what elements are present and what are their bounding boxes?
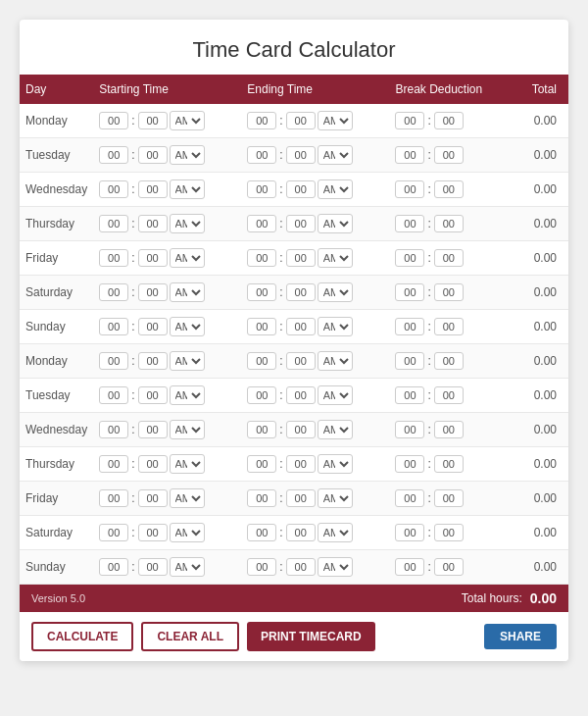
break-minute-input[interactable] — [434, 318, 464, 335]
start-minute-input[interactable] — [138, 386, 168, 404]
break-hour-input[interactable] — [395, 421, 424, 438]
end-hour-input[interactable] — [247, 489, 276, 507]
end-minute-input[interactable] — [286, 283, 316, 301]
start-minute-input[interactable] — [138, 489, 168, 507]
end-ampm-select[interactable]: AM PM — [318, 317, 353, 336]
end-minute-input[interactable] — [286, 421, 316, 438]
start-minute-input[interactable] — [138, 455, 168, 473]
end-hour-input[interactable] — [247, 180, 276, 198]
end-ampm-select[interactable]: AM PM — [318, 179, 353, 199]
break-minute-input[interactable] — [434, 283, 464, 301]
break-hour-input[interactable] — [395, 215, 424, 232]
break-minute-input[interactable] — [434, 489, 464, 507]
end-minute-input[interactable] — [286, 524, 316, 541]
end-ampm-select[interactable]: AM PM — [318, 145, 353, 165]
end-minute-input[interactable] — [286, 318, 316, 335]
start-hour-input[interactable] — [99, 524, 128, 541]
start-minute-input[interactable] — [138, 421, 168, 438]
break-hour-input[interactable] — [395, 455, 424, 473]
start-ampm-select[interactable]: AM PM — [170, 248, 205, 268]
start-ampm-select[interactable]: AM PM — [170, 145, 205, 165]
start-ampm-select[interactable]: AM PM — [170, 454, 205, 474]
end-hour-input[interactable] — [247, 283, 276, 301]
share-button[interactable]: SHARE — [484, 624, 557, 649]
start-minute-input[interactable] — [138, 146, 168, 164]
end-minute-input[interactable] — [286, 146, 316, 164]
end-minute-input[interactable] — [286, 112, 316, 129]
break-hour-input[interactable] — [395, 558, 424, 576]
end-ampm-select[interactable]: AM PM — [318, 454, 353, 474]
end-minute-input[interactable] — [286, 180, 316, 198]
start-ampm-select[interactable]: AM PM — [170, 317, 205, 336]
start-ampm-select[interactable]: AM PM — [170, 111, 205, 130]
print-timecard-button[interactable]: PRINT TIMECARD — [247, 622, 375, 651]
end-hour-input[interactable] — [247, 558, 276, 576]
start-minute-input[interactable] — [138, 249, 168, 267]
start-ampm-select[interactable]: AM PM — [170, 282, 205, 302]
break-minute-input[interactable] — [434, 249, 464, 267]
start-hour-input[interactable] — [99, 180, 128, 198]
start-minute-input[interactable] — [138, 112, 168, 129]
break-hour-input[interactable] — [395, 489, 424, 507]
end-hour-input[interactable] — [247, 318, 276, 335]
break-minute-input[interactable] — [434, 558, 464, 576]
break-minute-input[interactable] — [434, 180, 464, 198]
end-minute-input[interactable] — [286, 249, 316, 267]
end-minute-input[interactable] — [286, 352, 316, 370]
end-minute-input[interactable] — [286, 489, 316, 507]
start-hour-input[interactable] — [99, 249, 128, 267]
break-hour-input[interactable] — [395, 318, 424, 335]
end-minute-input[interactable] — [286, 386, 316, 404]
end-ampm-select[interactable]: AM PM — [318, 248, 353, 268]
break-minute-input[interactable] — [434, 386, 464, 404]
break-hour-input[interactable] — [395, 180, 424, 198]
end-hour-input[interactable] — [247, 249, 276, 267]
end-hour-input[interactable] — [247, 215, 276, 232]
end-ampm-select[interactable]: AM PM — [318, 282, 353, 302]
end-ampm-select[interactable]: AM PM — [318, 523, 353, 542]
break-minute-input[interactable] — [434, 112, 464, 129]
start-hour-input[interactable] — [99, 112, 128, 129]
start-ampm-select[interactable]: AM PM — [170, 214, 205, 233]
end-hour-input[interactable] — [247, 386, 276, 404]
start-ampm-select[interactable]: AM PM — [170, 351, 205, 371]
end-hour-input[interactable] — [247, 352, 276, 370]
clear-all-button[interactable]: CLEAR ALL — [141, 622, 239, 651]
end-ampm-select[interactable]: AM PM — [318, 488, 353, 508]
break-minute-input[interactable] — [434, 146, 464, 164]
start-ampm-select[interactable]: AM PM — [170, 557, 205, 577]
end-hour-input[interactable] — [247, 524, 276, 541]
break-hour-input[interactable] — [395, 352, 424, 370]
start-minute-input[interactable] — [138, 524, 168, 541]
start-ampm-select[interactable]: AM PM — [170, 523, 205, 542]
start-hour-input[interactable] — [99, 318, 128, 335]
start-minute-input[interactable] — [138, 180, 168, 198]
calculate-button[interactable]: CALCULATE — [31, 622, 133, 651]
start-minute-input[interactable] — [138, 352, 168, 370]
start-hour-input[interactable] — [99, 215, 128, 232]
end-hour-input[interactable] — [247, 455, 276, 473]
break-minute-input[interactable] — [434, 455, 464, 473]
start-ampm-select[interactable]: AM PM — [170, 420, 205, 439]
start-hour-input[interactable] — [99, 421, 128, 438]
end-ampm-select[interactable]: AM PM — [318, 351, 353, 371]
end-minute-input[interactable] — [286, 455, 316, 473]
start-hour-input[interactable] — [99, 386, 128, 404]
start-hour-input[interactable] — [99, 455, 128, 473]
start-hour-input[interactable] — [99, 352, 128, 370]
break-hour-input[interactable] — [395, 283, 424, 301]
end-ampm-select[interactable]: AM PM — [318, 385, 353, 405]
end-hour-input[interactable] — [247, 146, 276, 164]
break-hour-input[interactable] — [395, 524, 424, 541]
start-minute-input[interactable] — [138, 215, 168, 232]
break-minute-input[interactable] — [434, 352, 464, 370]
end-hour-input[interactable] — [247, 421, 276, 438]
end-ampm-select[interactable]: AM PM — [318, 420, 353, 439]
break-hour-input[interactable] — [395, 249, 424, 267]
break-minute-input[interactable] — [434, 524, 464, 541]
start-ampm-select[interactable]: AM PM — [170, 385, 205, 405]
break-hour-input[interactable] — [395, 146, 424, 164]
end-ampm-select[interactable]: AM PM — [318, 214, 353, 233]
start-minute-input[interactable] — [138, 318, 168, 335]
start-hour-input[interactable] — [99, 283, 128, 301]
